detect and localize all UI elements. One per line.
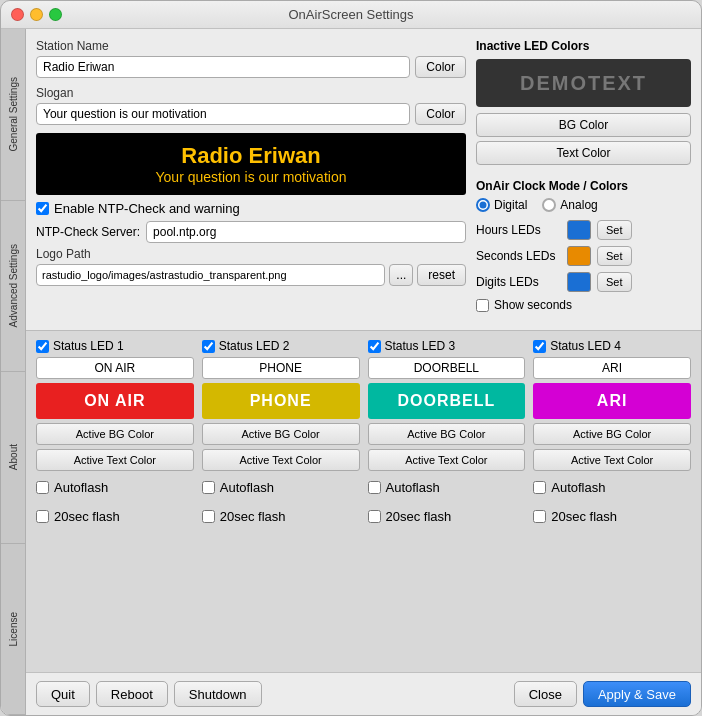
sidebar-label-about: About bbox=[8, 444, 19, 470]
digits-led-row: Digits LEDs Set bbox=[476, 272, 691, 292]
analog-radio-option[interactable]: Analog bbox=[542, 198, 597, 212]
status-led-3-name-input[interactable] bbox=[368, 357, 526, 379]
status-led-4-flash20-checkbox[interactable] bbox=[533, 510, 546, 523]
sidebar: General Settings Advanced Settings About… bbox=[1, 29, 26, 715]
status-led-2-display-button[interactable]: PHONE bbox=[202, 383, 360, 419]
logo-reset-button[interactable]: reset bbox=[417, 264, 466, 286]
clock-mode-row: Digital Analog bbox=[476, 198, 691, 212]
status-led-4-name-input[interactable] bbox=[533, 357, 691, 379]
onair-clock-title: OnAir Clock Mode / Colors bbox=[476, 179, 691, 193]
status-led-1-flash20-checkbox[interactable] bbox=[36, 510, 49, 523]
digits-led-set-button[interactable]: Set bbox=[597, 272, 632, 292]
station-name-group: Station Name Color bbox=[36, 39, 466, 78]
inactive-led-title: Inactive LED Colors bbox=[476, 39, 691, 53]
status-led-2-active-bg-button[interactable]: Active BG Color bbox=[202, 423, 360, 445]
station-name-color-button[interactable]: Color bbox=[415, 56, 466, 78]
sidebar-item-general[interactable]: General Settings bbox=[1, 29, 25, 201]
status-section: Status LED 1 ON AIR Active BG Color Acti… bbox=[26, 330, 701, 672]
slogan-input[interactable] bbox=[36, 103, 410, 125]
status-led-3-card: Status LED 3 DOORBELL Active BG Color Ac… bbox=[368, 339, 526, 529]
digital-radio-option[interactable]: Digital bbox=[476, 198, 527, 212]
status-led-2-autoflash-checkbox[interactable] bbox=[202, 481, 215, 494]
status-led-4-flash20-row: 20sec flash bbox=[533, 509, 691, 524]
logo-path-input[interactable] bbox=[36, 264, 385, 286]
sidebar-item-advanced[interactable]: Advanced Settings bbox=[1, 201, 25, 373]
analog-radio-button[interactable] bbox=[542, 198, 556, 212]
hours-led-set-button[interactable]: Set bbox=[597, 220, 632, 240]
status-led-3-flash20-row: 20sec flash bbox=[368, 509, 526, 524]
status-led-1-checkbox[interactable] bbox=[36, 340, 49, 353]
digits-led-swatch[interactable] bbox=[567, 272, 591, 292]
shutdown-button[interactable]: Shutdown bbox=[174, 681, 262, 707]
status-led-2-checkbox[interactable] bbox=[202, 340, 215, 353]
status-led-3-flash20-checkbox[interactable] bbox=[368, 510, 381, 523]
logo-browse-button[interactable]: ... bbox=[389, 264, 413, 286]
status-led-1-display-button[interactable]: ON AIR bbox=[36, 383, 194, 419]
status-led-2-active-text-button[interactable]: Active Text Color bbox=[202, 449, 360, 471]
status-led-3-checkbox[interactable] bbox=[368, 340, 381, 353]
sidebar-item-license[interactable]: License bbox=[1, 544, 25, 716]
inactive-text-color-button[interactable]: Text Color bbox=[476, 141, 691, 165]
left-panel: Station Name Color Slogan Color bbox=[36, 39, 466, 320]
ntp-checkbox-label: Enable NTP-Check and warning bbox=[54, 201, 240, 216]
quit-button[interactable]: Quit bbox=[36, 681, 90, 707]
status-led-3-active-bg-button[interactable]: Active BG Color bbox=[368, 423, 526, 445]
seconds-led-row: Seconds LEDs Set bbox=[476, 246, 691, 266]
status-led-2-name-input[interactable] bbox=[202, 357, 360, 379]
status-led-1-flash20-label: 20sec flash bbox=[54, 509, 120, 524]
sidebar-item-about[interactable]: About bbox=[1, 372, 25, 544]
status-led-1-active-bg-button[interactable]: Active BG Color bbox=[36, 423, 194, 445]
window-title: OnAirScreen Settings bbox=[288, 7, 413, 22]
status-led-2-flash20-label: 20sec flash bbox=[220, 509, 286, 524]
station-name-label: Station Name bbox=[36, 39, 466, 53]
status-led-1-autoflash-row: Autoflash bbox=[36, 480, 194, 495]
sidebar-label-advanced: Advanced Settings bbox=[8, 244, 19, 327]
slogan-group: Slogan Color bbox=[36, 86, 466, 125]
bottom-left-buttons: Quit Reboot Shutdown bbox=[36, 681, 262, 707]
logo-path-group: Logo Path ... reset bbox=[36, 247, 466, 286]
status-led-1-name-input[interactable] bbox=[36, 357, 194, 379]
close-button[interactable]: Close bbox=[514, 681, 577, 707]
status-grid: Status LED 1 ON AIR Active BG Color Acti… bbox=[36, 339, 691, 529]
preview-subtitle: Your question is our motivation bbox=[46, 169, 456, 185]
hours-led-swatch[interactable] bbox=[567, 220, 591, 240]
reboot-button[interactable]: Reboot bbox=[96, 681, 168, 707]
show-seconds-checkbox[interactable] bbox=[476, 299, 489, 312]
status-led-4-active-text-button[interactable]: Active Text Color bbox=[533, 449, 691, 471]
status-led-3-autoflash-checkbox[interactable] bbox=[368, 481, 381, 494]
status-led-4-header: Status LED 4 bbox=[533, 339, 691, 353]
status-led-3-display-button[interactable]: DOORBELL bbox=[368, 383, 526, 419]
ntp-server-input[interactable] bbox=[146, 221, 466, 243]
ntp-checkbox[interactable] bbox=[36, 202, 49, 215]
status-led-4-checkbox[interactable] bbox=[533, 340, 546, 353]
status-led-4-active-bg-button[interactable]: Active BG Color bbox=[533, 423, 691, 445]
status-led-2-flash20-checkbox[interactable] bbox=[202, 510, 215, 523]
status-led-1-header: Status LED 1 bbox=[36, 339, 194, 353]
seconds-led-swatch[interactable] bbox=[567, 246, 591, 266]
show-seconds-label: Show seconds bbox=[494, 298, 572, 312]
status-led-4-autoflash-checkbox[interactable] bbox=[533, 481, 546, 494]
status-led-3-header: Status LED 3 bbox=[368, 339, 526, 353]
status-led-3-active-text-button[interactable]: Active Text Color bbox=[368, 449, 526, 471]
digital-radio-button[interactable] bbox=[476, 198, 490, 212]
slogan-color-button[interactable]: Color bbox=[415, 103, 466, 125]
logo-path-label: Logo Path bbox=[36, 247, 466, 261]
status-led-1-active-text-button[interactable]: Active Text Color bbox=[36, 449, 194, 471]
logo-path-row: ... reset bbox=[36, 264, 466, 286]
sidebar-label-general: General Settings bbox=[8, 77, 19, 152]
apply-save-button[interactable]: Apply & Save bbox=[583, 681, 691, 707]
status-led-2-flash20-row: 20sec flash bbox=[202, 509, 360, 524]
slogan-label: Slogan bbox=[36, 86, 466, 100]
minimize-window-button[interactable] bbox=[30, 8, 43, 21]
seconds-led-set-button[interactable]: Set bbox=[597, 246, 632, 266]
maximize-window-button[interactable] bbox=[49, 8, 62, 21]
inactive-bg-color-button[interactable]: BG Color bbox=[476, 113, 691, 137]
status-led-1-autoflash-label: Autoflash bbox=[54, 480, 108, 495]
station-name-input[interactable] bbox=[36, 56, 410, 78]
close-window-button[interactable] bbox=[11, 8, 24, 21]
status-led-1-autoflash-checkbox[interactable] bbox=[36, 481, 49, 494]
status-led-4-card: Status LED 4 ARI Active BG Color Active … bbox=[533, 339, 691, 529]
ntp-server-row: NTP-Check Server: bbox=[36, 221, 466, 243]
titlebar: OnAirScreen Settings bbox=[1, 1, 701, 29]
status-led-4-display-button[interactable]: ARI bbox=[533, 383, 691, 419]
